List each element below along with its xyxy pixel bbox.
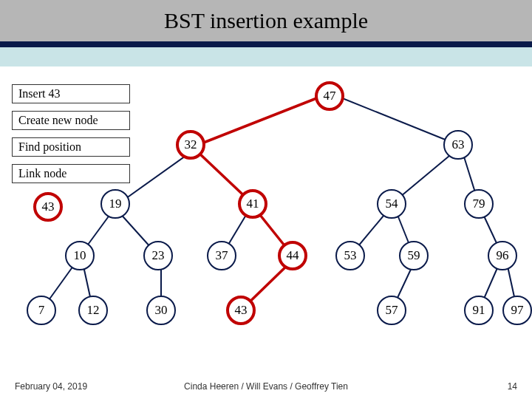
node-79: 79 <box>464 189 494 219</box>
node-30: 30 <box>146 296 176 325</box>
node-91: 91 <box>464 296 494 325</box>
node-32: 32 <box>176 130 205 160</box>
node-57: 57 <box>377 296 406 325</box>
node-7: 7 <box>27 296 56 325</box>
node-10: 10 <box>65 241 95 270</box>
node-47: 47 <box>315 81 344 111</box>
node-44: 44 <box>278 241 307 270</box>
node-53: 53 <box>335 241 365 270</box>
node-96: 96 <box>488 241 517 270</box>
edge-32-19 <box>118 152 191 204</box>
footer-authors: Cinda Heeren / Will Evans / Geoffrey Tie… <box>184 381 348 392</box>
node-43: 43 <box>226 296 256 325</box>
edge-47-32 <box>198 96 322 145</box>
node-37: 37 <box>207 241 236 270</box>
node-59: 59 <box>399 241 429 270</box>
node-23: 23 <box>143 241 173 270</box>
footer-date: February 04, 2019 <box>15 381 87 392</box>
new-node-43: 43 <box>33 192 63 222</box>
footer-page: 14 <box>508 381 517 392</box>
node-19: 19 <box>100 189 130 219</box>
node-12: 12 <box>78 296 108 325</box>
node-97: 97 <box>502 296 532 325</box>
node-54: 54 <box>377 189 406 219</box>
footer: February 04, 2019 Cinda Heeren / Will Ev… <box>0 381 532 392</box>
edge-47-63 <box>337 96 458 145</box>
tree-canvas: 43 47 32 63 19 41 54 79 10 23 37 44 53 5… <box>0 0 532 399</box>
node-41: 41 <box>238 189 267 219</box>
node-63: 63 <box>443 130 473 160</box>
